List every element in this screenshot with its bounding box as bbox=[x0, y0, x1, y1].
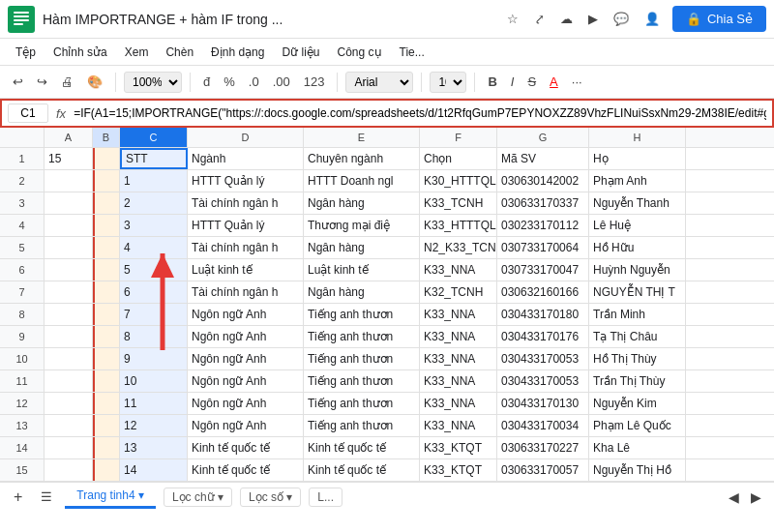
decimal-dec-btn[interactable]: .0 bbox=[244, 72, 264, 92]
grid-cell[interactable]: 14 bbox=[120, 459, 188, 481]
grid-cell[interactable]: 8 bbox=[120, 326, 188, 347]
grid-cell[interactable]: NGUYỄN THỊ T bbox=[589, 281, 686, 303]
grid-cell[interactable]: Tài chính ngân h bbox=[188, 237, 304, 258]
grid-cell[interactable] bbox=[45, 259, 93, 281]
grid-cell[interactable]: Ngành bbox=[188, 148, 304, 169]
col-header-a[interactable]: A bbox=[45, 128, 93, 147]
grid-cell[interactable]: Nguyễn Thanh bbox=[589, 192, 686, 214]
add-sheet-button[interactable]: + bbox=[8, 487, 28, 508]
grid-cell[interactable]: K33_NNA bbox=[420, 348, 497, 369]
menu-item-xem[interactable]: Xem bbox=[117, 43, 157, 62]
grid-cell[interactable]: 6 bbox=[120, 281, 188, 303]
grid-cell[interactable]: HTTT Quản lý bbox=[188, 215, 304, 236]
cell-ref-input[interactable] bbox=[8, 103, 48, 123]
grid-cell[interactable] bbox=[45, 192, 93, 214]
grid-cell[interactable]: Hồ Hữu bbox=[589, 237, 686, 258]
menu-item-côngcụ[interactable]: Công cụ bbox=[329, 43, 389, 62]
strikethrough-btn[interactable]: S bbox=[522, 72, 541, 92]
grid-cell[interactable]: K33_HTTTQL bbox=[420, 215, 497, 236]
menu-item-dữliệu[interactable]: Dữ liệu bbox=[274, 43, 327, 62]
grid-cell[interactable]: K33_NNA bbox=[420, 370, 497, 392]
grid-cell[interactable] bbox=[45, 304, 93, 325]
col-header-d[interactable]: D bbox=[188, 128, 304, 147]
grid-cell[interactable]: 030433170053 bbox=[497, 348, 589, 369]
grid-cell[interactable]: Luật kinh tế bbox=[304, 259, 420, 281]
grid-cell[interactable]: Phạm Lê Quốc bbox=[589, 415, 686, 436]
grid-cell[interactable] bbox=[45, 170, 93, 192]
grid-cell[interactable]: Ngôn ngữ Anh bbox=[188, 415, 304, 436]
grid-cell[interactable]: Tạ Thị Châu bbox=[589, 326, 686, 347]
grid-cell[interactable] bbox=[93, 459, 120, 481]
menu-item-tệp[interactable]: Tệp bbox=[8, 43, 44, 62]
grid-cell[interactable]: 10 bbox=[120, 370, 188, 392]
grid-cell[interactable]: Trần Minh bbox=[589, 304, 686, 325]
grid-cell[interactable]: Tiếng anh thươn bbox=[304, 415, 420, 436]
grid-cell[interactable]: K33_NNA bbox=[420, 304, 497, 325]
grid-cell[interactable]: 030632160166 bbox=[497, 281, 589, 303]
grid-cell[interactable]: Ngôn ngữ Anh bbox=[188, 348, 304, 369]
grid-cell[interactable]: K33_KTQT bbox=[420, 459, 497, 481]
grid-cell[interactable]: Nguyễn Thị Hồ bbox=[589, 459, 686, 481]
grid-cell[interactable]: Ngân hàng bbox=[304, 237, 420, 258]
menu-item-tie...[interactable]: Tie... bbox=[392, 43, 432, 62]
grid-cell[interactable] bbox=[93, 348, 120, 369]
grid-cell[interactable]: N2_K33_TCNH bbox=[420, 237, 497, 258]
grid-cell[interactable]: Chọn bbox=[420, 148, 497, 169]
move-btn[interactable]: ⤤ bbox=[529, 9, 550, 29]
grid-cell[interactable] bbox=[93, 326, 120, 347]
paint-btn[interactable]: 🎨 bbox=[82, 72, 107, 92]
font-size-select[interactable]: 10 bbox=[430, 72, 466, 93]
sheet-tab-trangtinh4[interactable]: Trang tinh4 ▾ bbox=[65, 485, 156, 509]
percent-btn[interactable]: % bbox=[219, 72, 240, 92]
grid-cell[interactable]: HTTT Quản lý bbox=[188, 170, 304, 192]
grid-cell[interactable]: 030630142002 bbox=[497, 170, 589, 192]
currency-btn[interactable]: đ bbox=[198, 72, 215, 92]
font-select[interactable]: Arial bbox=[345, 72, 413, 93]
grid-cell[interactable]: 2 bbox=[120, 192, 188, 214]
grid-cell[interactable]: Kha Lê bbox=[589, 437, 686, 458]
grid-cell[interactable]: HTTT Doanh ngl bbox=[304, 170, 420, 192]
grid-cell[interactable]: Luật kinh tế bbox=[188, 259, 304, 281]
grid-cell[interactable]: Thương mại điệ bbox=[304, 215, 420, 236]
grid-cell[interactable]: Tài chính ngân h bbox=[188, 281, 304, 303]
grid-cell[interactable]: 3 bbox=[120, 215, 188, 236]
grid-cell[interactable]: Tiếng anh thươn bbox=[304, 370, 420, 392]
grid-cell[interactable]: K33_NNA bbox=[420, 326, 497, 347]
grid-cell[interactable]: K33_NNA bbox=[420, 415, 497, 436]
grid-cell[interactable]: K33_KTQT bbox=[420, 437, 497, 458]
grid-cell[interactable]: Lê Huệ bbox=[589, 215, 686, 236]
grid-cell[interactable]: Ngân hàng bbox=[304, 281, 420, 303]
grid-cell[interactable]: Kinh tế quốc tế bbox=[304, 437, 420, 458]
grid-cell[interactable]: Phạm Anh bbox=[589, 170, 686, 192]
grid-cell[interactable]: 030633170227 bbox=[497, 437, 589, 458]
grid-cell[interactable]: Ngôn ngữ Anh bbox=[188, 370, 304, 392]
undo-btn[interactable]: ↩ bbox=[8, 72, 28, 92]
grid-cell[interactable] bbox=[45, 326, 93, 347]
menu-item-chèn[interactable]: Chèn bbox=[158, 43, 201, 62]
grid-cell[interactable]: K33_NNA bbox=[420, 259, 497, 281]
grid-cell[interactable]: Ngôn ngữ Anh bbox=[188, 304, 304, 325]
grid-cell[interactable]: 030433170176 bbox=[497, 326, 589, 347]
grid-cell[interactable]: 15 bbox=[45, 148, 93, 169]
grid-cell[interactable] bbox=[93, 170, 120, 192]
formula-input[interactable] bbox=[74, 106, 766, 120]
grid-cell[interactable]: 030733170047 bbox=[497, 259, 589, 281]
menu-item-địnhdạng[interactable]: Định dạng bbox=[203, 43, 272, 62]
grid-cell[interactable]: 030433170053 bbox=[497, 370, 589, 392]
grid-cell[interactable]: 4 bbox=[120, 237, 188, 258]
grid-cell[interactable]: 11 bbox=[120, 393, 188, 414]
grid-cell[interactable]: Hồ Thị Thùy bbox=[589, 348, 686, 369]
grid-cell[interactable] bbox=[93, 192, 120, 214]
col-header-g[interactable]: G bbox=[497, 128, 589, 147]
grid-cell[interactable] bbox=[45, 348, 93, 369]
col-header-e[interactable]: E bbox=[304, 128, 420, 147]
grid-cell[interactable] bbox=[45, 415, 93, 436]
font-color-btn[interactable]: A bbox=[545, 72, 563, 92]
grid-cell[interactable]: Ngôn ngữ Anh bbox=[188, 393, 304, 414]
grid-cell[interactable]: Kinh tế quốc tế bbox=[188, 459, 304, 481]
grid-cell[interactable]: Ngôn ngữ Anh bbox=[188, 326, 304, 347]
grid-cell[interactable] bbox=[93, 281, 120, 303]
grid-cell[interactable]: Tiếng anh thươn bbox=[304, 304, 420, 325]
grid-cell[interactable] bbox=[45, 237, 93, 258]
redo-btn[interactable]: ↪ bbox=[32, 72, 52, 92]
